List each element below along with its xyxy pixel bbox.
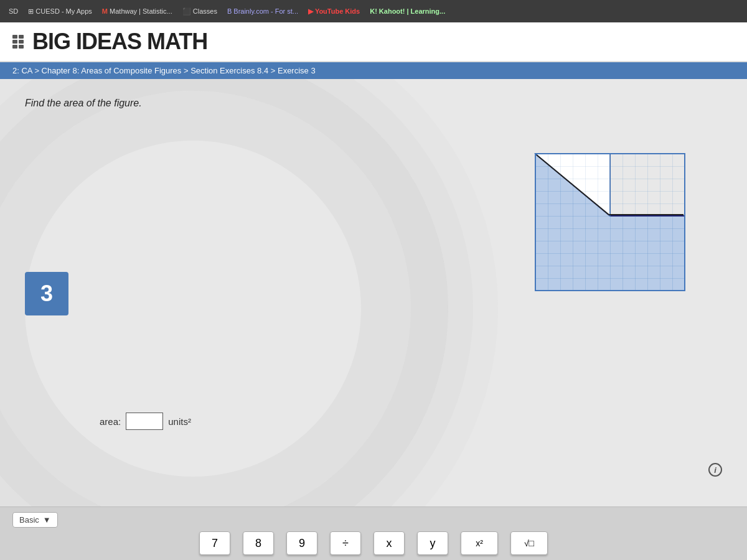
main-wrapper: BIG IDEAS MATH 2: CA > Chapter 8: Areas … — [0, 22, 747, 560]
grid-icon — [12, 35, 24, 49]
exercise-badge: 3 — [25, 272, 68, 315]
tab-classes[interactable]: ⬛ Classes — [179, 6, 221, 17]
tab-brainly[interactable]: B Brainly.com - For st... — [223, 6, 302, 16]
brainly-icon: B — [227, 7, 232, 15]
info-icon[interactable]: i — [708, 463, 722, 477]
page-content: Find the area of the figure. — [0, 79, 747, 542]
classes-icon: ⬛ — [182, 7, 191, 15]
youtube-icon: ▶ — [308, 7, 313, 15]
problem-instruction: Find the area of the figure. — [25, 98, 722, 109]
mathway-icon: M — [102, 7, 108, 15]
site-title: BIG IDEAS MATH — [32, 29, 207, 55]
tab-sd[interactable]: SD — [5, 6, 22, 16]
breadcrumb: 2: CA > Chapter 8: Areas of Composite Fi… — [0, 62, 747, 79]
area-label: area: — [100, 416, 121, 427]
tab-kahoot[interactable]: K! Kahoot! | Learning... — [366, 6, 449, 16]
figure-svg — [498, 141, 697, 303]
cuesd-icon: ⊞ — [28, 7, 34, 15]
tab-mathway[interactable]: M Mathway | Statistic... — [98, 6, 176, 16]
units-label: units² — [168, 416, 191, 427]
answer-area: area: units² — [100, 413, 191, 430]
figure-container — [498, 141, 697, 303]
site-header: BIG IDEAS MATH — [0, 22, 747, 62]
tab-youtube[interactable]: ▶ YouTube Kids — [304, 6, 364, 17]
browser-bar: SD ⊞ CUESD - My Apps M Mathway | Statist… — [0, 0, 747, 22]
area-input[interactable] — [126, 413, 163, 430]
tab-bar: SD ⊞ CUESD - My Apps M Mathway | Statist… — [5, 6, 742, 17]
tab-cuesd[interactable]: ⊞ CUESD - My Apps — [24, 6, 96, 17]
